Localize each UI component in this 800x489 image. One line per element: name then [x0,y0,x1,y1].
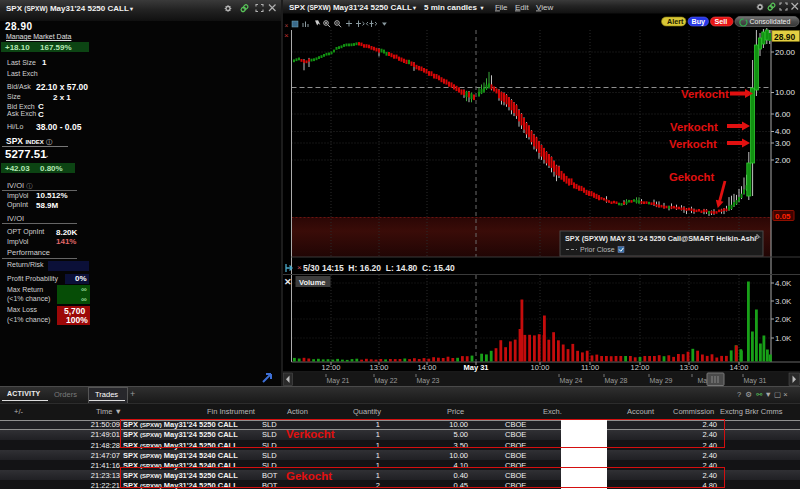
svg-text:Volume: Volume [299,278,326,287]
svg-text:Prior Close: Prior Close [580,246,615,253]
svg-text:3.00: 3.00 [775,139,791,148]
svg-text:Verkocht: Verkocht [669,138,717,150]
svg-text:20.00: 20.00 [775,48,796,57]
svg-text:iew: iew [541,3,553,12]
svg-text:6.00: 6.00 [775,110,791,119]
svg-text:×: × [285,22,289,29]
svg-text:May 28: May 28 [605,377,628,385]
svg-text:3.0K: 3.0K [775,297,792,306]
svg-text:May 21: May 21 [327,377,350,385]
svg-text:×: × [297,263,302,272]
svg-text:Consolidated: Consolidated [750,18,791,25]
svg-text:10.00: 10.00 [775,88,796,97]
svg-text:May 22: May 22 [375,377,398,385]
svg-text:0.05: 0.05 [775,212,791,221]
svg-text:May 23: May 23 [417,377,440,385]
svg-text:Verkocht: Verkocht [670,121,718,133]
svg-text:2.00: 2.00 [775,156,791,165]
svg-text:✕: ✕ [284,277,292,287]
svg-text:5 min candles ▼: 5 min candles ▼ [424,3,485,12]
svg-text:2.0K: 2.0K [775,315,792,324]
svg-text:SPX (SPXW) May31'24 5250 CALL▼: SPX (SPXW) May31'24 5250 CALL▼ [289,3,417,12]
svg-text:Verkocht: Verkocht [681,88,729,100]
svg-text:4.00: 4.00 [775,127,791,136]
svg-text:×: × [284,31,289,40]
svg-text:dit: dit [520,3,529,12]
svg-text:Sell: Sell [715,17,728,26]
svg-text:May 31: May 31 [744,377,767,385]
svg-text:SPX (SPXW) MAY 31 '24 5250 Cal: SPX (SPXW) MAY 31 '24 5250 Call@SMART He… [565,234,756,243]
svg-text:Alert: Alert [667,17,684,26]
svg-text:1.0K: 1.0K [775,334,792,343]
svg-text:May 29: May 29 [650,377,673,385]
svg-text:4.0K: 4.0K [775,279,792,288]
svg-text:28.90: 28.90 [774,32,796,42]
svg-text:5/30 14:15 H: 16.20 L: 14.80: 5/30 14:15 H: 16.20 L: 14.80 C: 15.40 [303,263,455,273]
svg-text:May 24: May 24 [560,377,583,385]
svg-text:Gekocht: Gekocht [669,171,714,183]
svg-text:Buy: Buy [692,17,706,26]
svg-text:ile: ile [499,3,508,12]
